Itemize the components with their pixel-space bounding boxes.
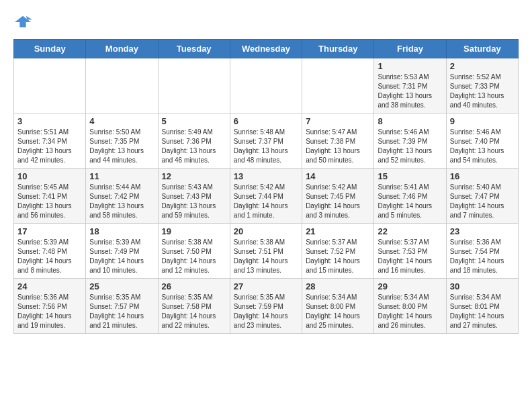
calendar-cell: 13Sunrise: 5:42 AM Sunset: 7:44 PM Dayli… xyxy=(230,169,302,224)
calendar-cell: 7Sunrise: 5:47 AM Sunset: 7:38 PM Daylig… xyxy=(302,113,374,169)
weekday-header-monday: Monday xyxy=(86,40,158,58)
day-info: Sunrise: 5:52 AM Sunset: 7:33 PM Dayligh… xyxy=(450,73,515,110)
day-info: Sunrise: 5:44 AM Sunset: 7:42 PM Dayligh… xyxy=(89,183,154,220)
day-info: Sunrise: 5:38 AM Sunset: 7:50 PM Dayligh… xyxy=(162,238,226,275)
day-number: 1 xyxy=(378,61,442,71)
day-number: 16 xyxy=(450,171,515,181)
calendar-cell: 11Sunrise: 5:44 AM Sunset: 7:42 PM Dayli… xyxy=(86,169,158,224)
day-info: Sunrise: 5:51 AM Sunset: 7:34 PM Dayligh… xyxy=(17,128,82,165)
calendar-cell: 17Sunrise: 5:39 AM Sunset: 7:48 PM Dayli… xyxy=(14,224,86,279)
calendar-cell: 24Sunrise: 5:36 AM Sunset: 7:56 PM Dayli… xyxy=(14,279,86,334)
day-number: 23 xyxy=(450,226,515,236)
calendar-cell: 22Sunrise: 5:37 AM Sunset: 7:53 PM Dayli… xyxy=(374,224,446,279)
day-info: Sunrise: 5:36 AM Sunset: 7:56 PM Dayligh… xyxy=(17,293,82,330)
calendar-cell: 19Sunrise: 5:38 AM Sunset: 7:50 PM Dayli… xyxy=(158,224,230,279)
day-number: 24 xyxy=(17,281,82,291)
calendar-cell: 10Sunrise: 5:45 AM Sunset: 7:41 PM Dayli… xyxy=(14,169,86,224)
calendar-cell: 5Sunrise: 5:49 AM Sunset: 7:36 PM Daylig… xyxy=(158,113,230,169)
day-info: Sunrise: 5:50 AM Sunset: 7:35 PM Dayligh… xyxy=(89,128,154,165)
page-header xyxy=(13,13,519,32)
day-number: 17 xyxy=(17,226,82,236)
calendar-cell: 14Sunrise: 5:42 AM Sunset: 7:45 PM Dayli… xyxy=(302,169,374,224)
day-number: 11 xyxy=(89,171,154,181)
calendar-cell: 9Sunrise: 5:46 AM Sunset: 7:40 PM Daylig… xyxy=(446,113,518,169)
day-number: 13 xyxy=(234,171,298,181)
day-number: 30 xyxy=(450,281,515,291)
calendar-cell xyxy=(302,58,374,113)
week-row-3: 10Sunrise: 5:45 AM Sunset: 7:41 PM Dayli… xyxy=(14,169,519,224)
calendar-cell: 26Sunrise: 5:35 AM Sunset: 7:58 PM Dayli… xyxy=(158,279,230,334)
calendar-cell xyxy=(230,58,302,113)
calendar-cell: 20Sunrise: 5:38 AM Sunset: 7:51 PM Dayli… xyxy=(230,224,302,279)
weekday-header-tuesday: Tuesday xyxy=(158,40,230,58)
day-info: Sunrise: 5:35 AM Sunset: 7:59 PM Dayligh… xyxy=(234,293,298,330)
day-info: Sunrise: 5:47 AM Sunset: 7:38 PM Dayligh… xyxy=(306,128,370,165)
calendar-cell: 16Sunrise: 5:40 AM Sunset: 7:47 PM Dayli… xyxy=(446,169,518,224)
day-info: Sunrise: 5:42 AM Sunset: 7:45 PM Dayligh… xyxy=(306,183,370,220)
day-info: Sunrise: 5:46 AM Sunset: 7:39 PM Dayligh… xyxy=(378,128,442,165)
day-number: 6 xyxy=(234,116,298,126)
day-info: Sunrise: 5:34 AM Sunset: 8:01 PM Dayligh… xyxy=(450,293,515,330)
day-number: 12 xyxy=(162,171,226,181)
weekday-header-saturday: Saturday xyxy=(446,40,518,58)
day-info: Sunrise: 5:39 AM Sunset: 7:49 PM Dayligh… xyxy=(89,238,154,275)
day-number: 22 xyxy=(378,226,442,236)
day-number: 4 xyxy=(89,116,154,126)
day-info: Sunrise: 5:34 AM Sunset: 8:00 PM Dayligh… xyxy=(306,293,370,330)
calendar-cell: 8Sunrise: 5:46 AM Sunset: 7:39 PM Daylig… xyxy=(374,113,446,169)
calendar-cell: 18Sunrise: 5:39 AM Sunset: 7:49 PM Dayli… xyxy=(86,224,158,279)
day-info: Sunrise: 5:37 AM Sunset: 7:52 PM Dayligh… xyxy=(306,238,370,275)
calendar-cell: 28Sunrise: 5:34 AM Sunset: 8:00 PM Dayli… xyxy=(302,279,374,334)
week-row-2: 3Sunrise: 5:51 AM Sunset: 7:34 PM Daylig… xyxy=(14,113,519,169)
week-row-5: 24Sunrise: 5:36 AM Sunset: 7:56 PM Dayli… xyxy=(14,279,519,334)
calendar-cell: 6Sunrise: 5:48 AM Sunset: 7:37 PM Daylig… xyxy=(230,113,302,169)
day-number: 25 xyxy=(89,281,154,291)
day-info: Sunrise: 5:43 AM Sunset: 7:43 PM Dayligh… xyxy=(162,183,226,220)
weekday-header-wednesday: Wednesday xyxy=(230,40,302,58)
week-row-4: 17Sunrise: 5:39 AM Sunset: 7:48 PM Dayli… xyxy=(14,224,519,279)
day-info: Sunrise: 5:45 AM Sunset: 7:41 PM Dayligh… xyxy=(17,183,82,220)
day-number: 26 xyxy=(162,281,226,291)
logo-icon xyxy=(13,13,32,32)
day-number: 3 xyxy=(17,116,82,126)
day-info: Sunrise: 5:41 AM Sunset: 7:46 PM Dayligh… xyxy=(378,183,442,220)
day-info: Sunrise: 5:38 AM Sunset: 7:51 PM Dayligh… xyxy=(234,238,298,275)
calendar-cell xyxy=(86,58,158,113)
calendar-cell: 21Sunrise: 5:37 AM Sunset: 7:52 PM Dayli… xyxy=(302,224,374,279)
calendar-cell: 30Sunrise: 5:34 AM Sunset: 8:01 PM Dayli… xyxy=(446,279,518,334)
day-number: 7 xyxy=(306,116,370,126)
day-info: Sunrise: 5:40 AM Sunset: 7:47 PM Dayligh… xyxy=(450,183,515,220)
logo xyxy=(13,13,35,32)
calendar-cell: 29Sunrise: 5:34 AM Sunset: 8:00 PM Dayli… xyxy=(374,279,446,334)
day-number: 19 xyxy=(162,226,226,236)
day-number: 21 xyxy=(306,226,370,236)
day-info: Sunrise: 5:48 AM Sunset: 7:37 PM Dayligh… xyxy=(234,128,298,165)
day-info: Sunrise: 5:49 AM Sunset: 7:36 PM Dayligh… xyxy=(162,128,226,165)
day-number: 14 xyxy=(306,171,370,181)
weekday-header-sunday: Sunday xyxy=(14,40,86,58)
weekday-header-friday: Friday xyxy=(374,40,446,58)
calendar-table: SundayMondayTuesdayWednesdayThursdayFrid… xyxy=(13,39,519,334)
weekday-header-row: SundayMondayTuesdayWednesdayThursdayFrid… xyxy=(14,40,519,58)
day-number: 2 xyxy=(450,61,515,71)
day-number: 10 xyxy=(17,171,82,181)
day-info: Sunrise: 5:36 AM Sunset: 7:54 PM Dayligh… xyxy=(450,238,515,275)
calendar-cell: 12Sunrise: 5:43 AM Sunset: 7:43 PM Dayli… xyxy=(158,169,230,224)
day-number: 20 xyxy=(234,226,298,236)
calendar-cell: 2Sunrise: 5:52 AM Sunset: 7:33 PM Daylig… xyxy=(446,58,518,113)
calendar-cell: 4Sunrise: 5:50 AM Sunset: 7:35 PM Daylig… xyxy=(86,113,158,169)
calendar-cell: 25Sunrise: 5:35 AM Sunset: 7:57 PM Dayli… xyxy=(86,279,158,334)
weekday-header-thursday: Thursday xyxy=(302,40,374,58)
day-info: Sunrise: 5:34 AM Sunset: 8:00 PM Dayligh… xyxy=(378,293,442,330)
calendar-cell: 1Sunrise: 5:53 AM Sunset: 7:31 PM Daylig… xyxy=(374,58,446,113)
calendar-cell: 23Sunrise: 5:36 AM Sunset: 7:54 PM Dayli… xyxy=(446,224,518,279)
day-info: Sunrise: 5:37 AM Sunset: 7:53 PM Dayligh… xyxy=(378,238,442,275)
day-number: 18 xyxy=(89,226,154,236)
day-info: Sunrise: 5:35 AM Sunset: 7:57 PM Dayligh… xyxy=(89,293,154,330)
day-number: 27 xyxy=(234,281,298,291)
day-number: 15 xyxy=(378,171,442,181)
day-number: 8 xyxy=(378,116,442,126)
day-number: 28 xyxy=(306,281,370,291)
day-number: 29 xyxy=(378,281,442,291)
day-info: Sunrise: 5:42 AM Sunset: 7:44 PM Dayligh… xyxy=(234,183,298,220)
